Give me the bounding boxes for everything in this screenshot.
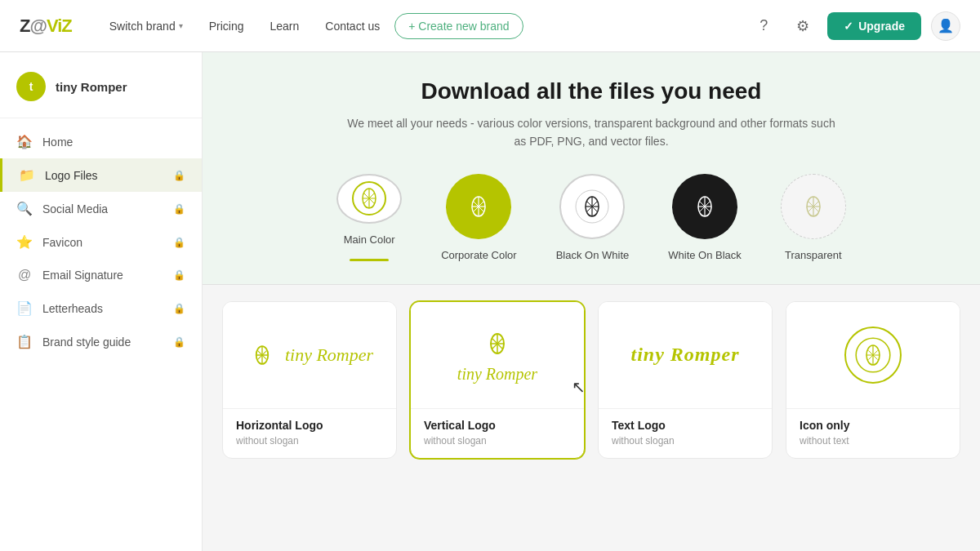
leaf-icon-main xyxy=(351,180,387,216)
learn-label: Learn xyxy=(270,20,299,33)
sidebar-item-brand-style-guide[interactable]: 📋 Brand style guide 🔒 xyxy=(0,325,202,358)
logo[interactable]: Z@ViZ xyxy=(20,16,72,37)
main-content: Download all the files you need We meet … xyxy=(203,52,980,551)
letterhead-icon: 📄 xyxy=(16,300,33,316)
folder-icon: 📁 xyxy=(19,167,35,183)
card-subtitle-vertical: without slogan xyxy=(424,435,571,447)
variant-white-on-black[interactable]: White On Black xyxy=(668,174,742,261)
sidebar-divider xyxy=(0,118,202,118)
home-icon: 🏠 xyxy=(16,134,33,149)
pricing-label: Pricing xyxy=(209,20,244,33)
lock-icon-logo-files: 🔒 xyxy=(173,170,185,181)
sidebar-item-letterheads-label: Letterheads xyxy=(42,302,103,315)
card-icon-only[interactable]: Icon only without text xyxy=(786,301,960,459)
card-title-text: Text Logo xyxy=(612,419,759,432)
leaf-icon-transparent xyxy=(795,189,831,224)
color-variants: Main Color xyxy=(222,174,960,261)
card-info-text: Text Logo without slogan xyxy=(599,408,772,458)
brand-switcher[interactable]: t tiny Romper xyxy=(0,62,202,111)
variant-circle-corporate xyxy=(446,174,511,239)
card-preview-text: tiny Romper xyxy=(599,302,772,408)
card-horizontal-logo[interactable]: tiny Romper Horizontal Logo without slog… xyxy=(222,301,397,459)
sidebar-item-favicon[interactable]: ⭐ Favicon 🔒 xyxy=(0,225,202,259)
brand-avatar: t xyxy=(16,72,46,101)
contact-nav[interactable]: Contact us xyxy=(314,13,391,39)
email-icon: @ xyxy=(16,268,33,282)
sidebar-item-email-signature-label: Email Signature xyxy=(42,269,123,282)
card-subtitle-text: without slogan xyxy=(612,435,759,447)
sidebar-item-letterheads[interactable]: 📄 Letterheads 🔒 xyxy=(0,291,202,325)
contact-label: Contact us xyxy=(325,20,380,33)
card-preview-horizontal: tiny Romper xyxy=(223,302,396,408)
variant-circle-main xyxy=(336,174,402,224)
sidebar-item-brand-style-guide-label: Brand style guide xyxy=(42,335,131,349)
vert-logo-icon xyxy=(479,326,515,362)
card-title-vertical: Vertical Logo xyxy=(424,419,571,432)
lock-icon-brand-guide: 🔒 xyxy=(173,336,185,348)
brand-name: tiny Romper xyxy=(56,80,127,94)
upgrade-button[interactable]: ✓ Upgrade xyxy=(827,12,921,40)
variant-circle-transparent xyxy=(781,174,846,239)
lock-icon-letterheads: 🔒 xyxy=(173,303,185,314)
vertical-logo-preview: tiny Romper xyxy=(457,326,537,384)
variant-black-on-white[interactable]: Black On White xyxy=(556,174,630,261)
app-body: t tiny Romper 🏠 Home 📁 Logo Files 🔒 🔍 So… xyxy=(0,0,980,551)
variant-transparent[interactable]: Transparent xyxy=(781,174,846,261)
variant-underline-main xyxy=(350,259,389,261)
variant-corporate-color[interactable]: Corporate Color xyxy=(441,174,517,261)
icon-only-preview xyxy=(844,327,902,384)
logo-cards-grid: tiny Romper Horizontal Logo without slog… xyxy=(222,301,960,459)
sidebar-item-logo-files[interactable]: 📁 Logo Files 🔒 xyxy=(0,158,202,192)
card-subtitle-icon: without text xyxy=(800,435,947,447)
settings-button[interactable]: ⚙ xyxy=(788,11,817,41)
logo-cards-section: tiny Romper Horizontal Logo without slog… xyxy=(203,285,980,485)
card-preview-vertical: tiny Romper xyxy=(411,302,584,408)
lock-icon-social: 🔒 xyxy=(173,203,185,215)
banner-title: Download all the files you need xyxy=(222,78,960,104)
horizontal-logo-preview: tiny Romper xyxy=(246,339,373,371)
card-subtitle-horizontal: without slogan xyxy=(236,435,383,447)
create-new-brand-button[interactable]: + Create new brand xyxy=(394,13,523,39)
banner-description: We meet all your needs - various color v… xyxy=(346,114,836,151)
variant-label-bow: Black On White xyxy=(556,249,630,261)
switch-brand-nav[interactable]: Switch brand ▾ xyxy=(98,13,194,39)
app-header: Z@ViZ Switch brand ▾ Pricing Learn Conta… xyxy=(0,0,980,52)
lock-icon-email: 🔒 xyxy=(173,269,185,281)
sidebar-item-favicon-label: Favicon xyxy=(42,236,82,249)
main-nav: Switch brand ▾ Pricing Learn Contact us … xyxy=(98,13,749,39)
help-button[interactable]: ? xyxy=(749,11,778,41)
sidebar-item-logo-files-label: Logo Files xyxy=(45,169,98,182)
download-banner: Download all the files you need We meet … xyxy=(203,52,980,285)
star-icon: ⭐ xyxy=(16,234,33,250)
card-title-icon: Icon only xyxy=(800,419,947,432)
icon-only-svg xyxy=(853,335,893,375)
variant-label-wob: White On Black xyxy=(668,249,742,261)
pricing-nav[interactable]: Pricing xyxy=(198,13,256,39)
card-text-logo[interactable]: tiny Romper Text Logo without slogan xyxy=(598,301,773,459)
header-actions: ? ⚙ ✓ Upgrade 👤 xyxy=(749,11,960,41)
sidebar-item-home[interactable]: 🏠 Home xyxy=(0,125,202,158)
logo-text: Z@ViZ xyxy=(20,16,72,37)
chevron-down-icon: ▾ xyxy=(179,21,183,30)
sidebar-item-social-media[interactable]: 🔍 Social Media 🔒 xyxy=(0,192,202,225)
leaf-icon-corporate xyxy=(461,189,497,224)
social-icon: 🔍 xyxy=(16,201,33,216)
sidebar-nav: 🏠 Home 📁 Logo Files 🔒 🔍 Social Media 🔒 ⭐… xyxy=(0,125,202,358)
card-info-horizontal: Horizontal Logo without slogan xyxy=(223,408,396,458)
user-avatar[interactable]: 👤 xyxy=(931,11,960,41)
horiz-logo-icon xyxy=(246,339,278,371)
variant-circle-wob xyxy=(672,174,737,239)
variant-main-color[interactable]: Main Color xyxy=(336,174,402,261)
checkmark-icon: ✓ xyxy=(844,20,853,33)
sidebar-item-email-signature[interactable]: @ Email Signature 🔒 xyxy=(0,259,202,291)
learn-nav[interactable]: Learn xyxy=(258,13,310,39)
leaf-icon-wob xyxy=(687,189,723,224)
card-vertical-logo[interactable]: tiny Romper Vertical Logo without slogan xyxy=(410,301,585,459)
switch-brand-label: Switch brand xyxy=(109,20,176,33)
vert-logo-text: tiny Romper xyxy=(457,365,537,384)
sidebar-item-home-label: Home xyxy=(42,136,73,149)
leaf-icon-bow xyxy=(574,189,610,224)
variant-circle-bow xyxy=(559,174,625,239)
variant-label-corporate: Corporate Color xyxy=(441,249,517,261)
sidebar: t tiny Romper 🏠 Home 📁 Logo Files 🔒 🔍 So… xyxy=(0,52,203,551)
